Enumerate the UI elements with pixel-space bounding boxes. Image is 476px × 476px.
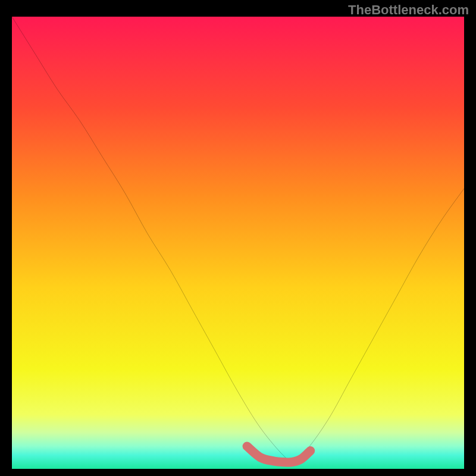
chart-container: TheBottleneck.com: [0, 0, 476, 476]
watermark-text: TheBottleneck.com: [348, 2, 469, 18]
chart-plot: [12, 17, 464, 469]
chart-background-gradient: [12, 17, 464, 469]
